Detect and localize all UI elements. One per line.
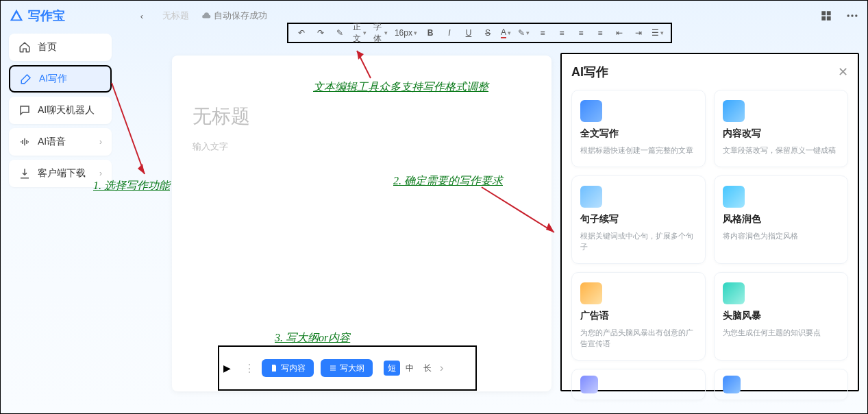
app-logo: 写作宝 (9, 8, 65, 24)
sound-icon (18, 136, 31, 148)
grid-icon[interactable] (819, 9, 833, 23)
sidebar-item-home[interactable]: 首页 (9, 34, 112, 61)
card-icon (580, 100, 602, 122)
format-painter-button[interactable]: ✎ (334, 28, 346, 38)
card-title: 内容改写 (723, 127, 839, 140)
sidebar-item-ai-write[interactable]: AI写作 (9, 65, 112, 93)
card-title: 句子续写 (580, 213, 697, 226)
ai-card-full-write[interactable]: 全文写作 根据标题快速创建一篇完整的文章 (571, 90, 706, 167)
doc-icon (270, 364, 278, 372)
annotation-editor-tip: 文本编辑工具众多支持写作格式调整 (313, 80, 488, 95)
logo-icon (9, 8, 24, 23)
svg-marker-4 (138, 164, 145, 174)
card-icon (723, 376, 741, 393)
close-icon[interactable]: ✕ (838, 64, 848, 80)
card-icon (580, 376, 598, 393)
header-right (819, 9, 859, 23)
card-title: 全文写作 (580, 127, 697, 140)
body-input[interactable]: 输入文字 (193, 141, 531, 153)
list-button[interactable]: ☰▾ (652, 28, 664, 38)
card-desc: 将内容润色为指定风格 (723, 231, 839, 241)
card-desc: 根据标题快速创建一篇完整的文章 (580, 145, 697, 156)
editor-toolbar: ↶ ↷ ✎ 正文▾ 字体▾ 16px▾ B I U S A▾ ✎▾ ≡ ≡ ≡ … (287, 23, 672, 43)
length-long[interactable]: 长 (419, 361, 436, 376)
card-desc: 文章段落改写，保留原义一键成稿 (723, 145, 839, 156)
card-title: 广告语 (580, 310, 697, 322)
chevron-right-icon: › (99, 169, 102, 178)
italic-button[interactable]: I (443, 28, 456, 38)
button-label: 写内容 (281, 363, 306, 374)
svg-line-7 (482, 187, 554, 232)
annotation-arrow-2 (480, 186, 562, 241)
ai-panel-title: AI写作 (571, 64, 608, 80)
font-family-select[interactable]: 字体▾ (373, 21, 387, 45)
indent-decrease-button[interactable]: ⇤ (613, 28, 625, 38)
expand-handle-icon[interactable]: ▶ (219, 363, 234, 374)
card-icon (580, 282, 602, 304)
align-justify-button[interactable]: ≡ (594, 28, 606, 38)
select-label: 16px (395, 28, 412, 38)
back-button[interactable]: ‹ (134, 8, 150, 24)
ai-card-slogan[interactable]: 广告语 为您的产品头脑风暴出有创意的广告宣传语 (571, 272, 706, 361)
home-icon (18, 41, 31, 53)
header-middle: ‹ 无标题 自动保存成功 (134, 8, 267, 24)
ai-card-grid: 全文写作 根据标题快速创建一篇完整的文章 内容改写 文章段落改写，保留原义一键成… (571, 90, 848, 400)
chevron-right-icon[interactable]: › (440, 362, 443, 374)
underline-button[interactable]: U (462, 28, 475, 38)
font-size-select[interactable]: 16px▾ (395, 28, 417, 38)
cloud-icon (201, 11, 211, 21)
paragraph-style-select[interactable]: 正文▾ (353, 21, 367, 45)
sidebar-item-label: AI语音 (38, 136, 66, 148)
sidebar-item-label: 首页 (38, 41, 57, 53)
svg-point-2 (855, 14, 857, 16)
align-right-button[interactable]: ≡ (575, 28, 587, 38)
undo-button[interactable]: ↶ (295, 28, 308, 38)
bold-button[interactable]: B (424, 28, 436, 38)
ai-card-rewrite[interactable]: 内容改写 文章段落改写，保留原义一键成稿 (714, 90, 848, 167)
length-segmented: 短 中 长 › (384, 361, 443, 376)
card-icon (723, 186, 745, 208)
download-icon (18, 167, 31, 180)
app-name: 写作宝 (28, 8, 65, 24)
annotation-arrow-toolbar (350, 47, 377, 82)
more-icon[interactable] (845, 9, 859, 23)
redo-button[interactable]: ↷ (314, 28, 327, 38)
svg-line-3 (112, 83, 145, 174)
pencil-icon (20, 73, 32, 85)
sidebar-item-ai-chat[interactable]: AI聊天机器人 (9, 97, 112, 124)
more-vert-icon[interactable]: ⋮ (244, 362, 255, 375)
ai-card-polish[interactable]: 风格润色 将内容润色为指定风格 (714, 175, 848, 264)
sidebar-item-label: AI写作 (39, 73, 67, 85)
chevron-right-icon: › (99, 137, 102, 147)
svg-point-1 (851, 14, 853, 16)
card-desc: 为您的产品头脑风暴出有创意的广告宣传语 (580, 328, 697, 349)
autosave-status: 自动保存成功 (201, 10, 267, 22)
card-desc: 为您生成任何主题的知识要点 (723, 328, 839, 338)
align-center-button[interactable]: ≡ (556, 28, 568, 38)
card-desc: 根据关键词或中心句，扩展多个句子 (580, 231, 697, 252)
svg-point-0 (847, 14, 850, 16)
length-short[interactable]: 短 (384, 361, 400, 376)
strike-button[interactable]: S (482, 28, 494, 38)
card-icon (580, 186, 602, 208)
title-input[interactable]: 无标题 (193, 103, 531, 130)
write-outline-button[interactable]: 写大纲 (321, 359, 373, 377)
card-title: 风格润色 (723, 213, 839, 226)
indent-increase-button[interactable]: ⇥ (632, 28, 645, 38)
ai-card-brainstorm[interactable]: 头脑风暴 为您生成任何主题的知识要点 (714, 272, 848, 361)
write-content-button[interactable]: 写内容 (262, 359, 314, 377)
length-mid[interactable]: 中 (401, 361, 418, 376)
annotation-step1: 1. 选择写作功能 (93, 179, 170, 193)
ai-card-extra-1[interactable] (571, 369, 706, 400)
ai-card-extra-2[interactable] (714, 369, 848, 400)
text-color-button[interactable]: A▾ (501, 27, 511, 38)
sidebar-item-ai-voice[interactable]: AI语音 › (9, 128, 112, 156)
button-label: 写大纲 (340, 363, 364, 374)
svg-marker-8 (546, 223, 554, 232)
doc-tab[interactable]: 无标题 (162, 10, 189, 22)
ai-card-continue[interactable]: 句子续写 根据关键词或中心句，扩展多个句子 (571, 175, 706, 264)
card-title: 头脑风暴 (723, 310, 839, 322)
highlight-color-button[interactable]: ✎▾ (518, 28, 530, 38)
compose-bar: ▶ ⋮ 写内容 写大纲 短 中 长 › (218, 345, 477, 391)
align-left-button[interactable]: ≡ (536, 28, 549, 38)
